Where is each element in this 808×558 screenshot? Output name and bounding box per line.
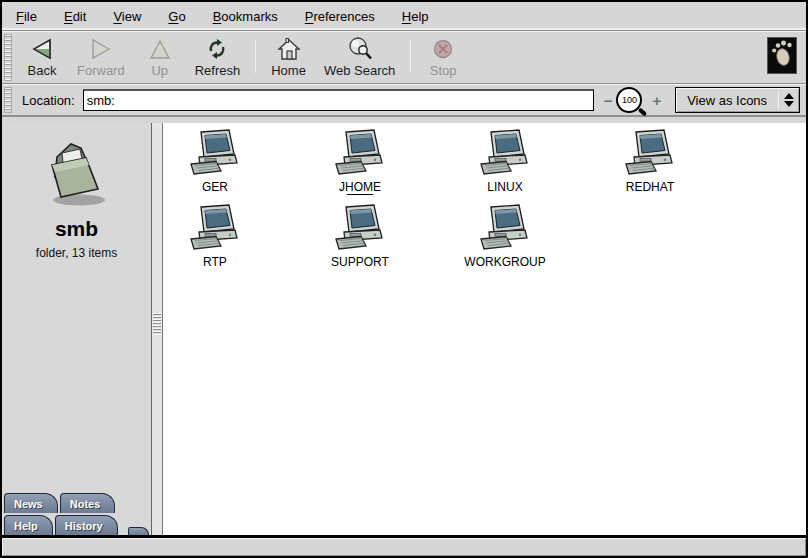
toolbar-button-label: Forward	[77, 63, 125, 78]
main-split: smb folder, 13 items NewsNotesHelpHistor…	[2, 123, 806, 535]
toolbar-button-label: Web Search	[324, 63, 395, 78]
computer-icon	[190, 204, 240, 254]
file-icon-label: SUPPORT	[331, 255, 389, 269]
menu-file[interactable]: File	[16, 9, 37, 24]
splitter-grip[interactable]	[153, 313, 161, 335]
spinner-arrows-icon	[779, 93, 799, 107]
file-icon-support[interactable]: SUPPORT	[295, 204, 425, 269]
home-icon	[277, 37, 301, 61]
menu-go[interactable]: Go	[168, 9, 185, 24]
sidebar-title: smb	[55, 217, 98, 241]
toolbar-button-back[interactable]: Back	[16, 32, 68, 83]
computer-icon	[480, 204, 530, 254]
locationbar-drag-handle[interactable]	[4, 87, 12, 113]
file-icon-label: REDHAT	[626, 180, 674, 194]
toolbar-button-refresh[interactable]: Refresh	[186, 32, 250, 83]
zoom-out-button[interactable]: −	[604, 93, 613, 108]
toolbar-button-web-search[interactable]: Web Search	[315, 32, 404, 83]
location-label: Location:	[22, 93, 75, 108]
refresh-icon	[206, 37, 228, 61]
toolbar-button-label: Back	[28, 63, 57, 78]
toolbar-button-stop: Stop	[417, 32, 469, 83]
file-icon-ger[interactable]: GER	[163, 129, 280, 194]
computer-icon	[480, 129, 530, 179]
zoom-level-indicator[interactable]: 100	[616, 87, 642, 113]
file-icon-label: JHOME	[339, 180, 381, 194]
toolbar-button-label: Home	[271, 63, 306, 78]
sidebar-subtitle: folder, 13 items	[36, 246, 117, 260]
file-icon-label: GER	[202, 180, 228, 194]
menu-bookmarks[interactable]: Bookmarks	[213, 9, 278, 24]
computer-icon	[335, 129, 385, 179]
file-icon-rtp[interactable]: RTP	[163, 204, 280, 269]
stop-icon	[432, 37, 454, 61]
sidebar-tab-history[interactable]: History	[55, 515, 118, 535]
menu-edit[interactable]: Edit	[64, 9, 86, 24]
menu-view[interactable]: View	[113, 9, 141, 24]
toolbar-divider	[255, 40, 256, 73]
computer-icon	[190, 129, 240, 179]
sidebar-tab-row: HelpHistory	[2, 513, 151, 535]
file-icon-linux[interactable]: LINUX	[440, 129, 570, 194]
file-icon-label: WORKGROUP	[464, 255, 545, 269]
toolbar-button-up: Up	[134, 32, 186, 83]
computer-icon	[335, 204, 385, 254]
toolbar-button-forward: Forward	[68, 32, 134, 83]
websearch-icon	[347, 37, 373, 61]
view-mode-dropdown[interactable]: View as Icons	[675, 87, 800, 113]
toolbar-button-home[interactable]: Home	[262, 32, 315, 83]
zoom-control: − 100 +	[604, 87, 662, 113]
zoom-in-button[interactable]: +	[652, 93, 661, 108]
toolbar: BackForwardUpRefreshHomeWeb SearchStop	[2, 31, 806, 84]
sidebar-tab-notes[interactable]: Notes	[60, 493, 116, 513]
back-icon	[30, 37, 54, 61]
file-icon-redhat[interactable]: REDHAT	[585, 129, 715, 194]
gnome-foot-icon	[771, 40, 793, 71]
file-icon-label: RTP	[203, 255, 227, 269]
toolbar-button-label: Stop	[430, 63, 457, 78]
sidebar-tab-row: NewsNotes	[2, 491, 151, 513]
toolbar-divider	[410, 40, 411, 73]
menu-help[interactable]: Help	[402, 9, 429, 24]
open-folder-icon	[39, 137, 115, 213]
file-manager-window: FileEditViewGoBookmarksPreferencesHelp B…	[0, 0, 808, 558]
location-bar: Location: − 100 + View as Icons	[2, 84, 806, 117]
file-icon-jhome[interactable]: JHOME	[295, 129, 425, 194]
sidebar-tab-help[interactable]: Help	[4, 515, 53, 535]
file-icon-label: LINUX	[487, 180, 522, 194]
zoom-level-value: 100	[622, 95, 637, 105]
sidebar-tab-news[interactable]: News	[4, 493, 58, 513]
computer-icon	[625, 129, 675, 179]
up-icon	[148, 37, 172, 61]
sidebar: smb folder, 13 items NewsNotesHelpHistor…	[2, 123, 152, 535]
sidebar-tabs: NewsNotesHelpHistory	[2, 491, 151, 535]
file-icon-view[interactable]: GERJHOMELINUXREDHATRTPSUPPORTWORKGROUP	[163, 123, 806, 535]
menu-preferences[interactable]: Preferences	[305, 9, 375, 24]
toolbar-drag-handle[interactable]	[4, 34, 12, 81]
sidebar-tab-stub[interactable]	[128, 527, 149, 535]
toolbar-button-label: Up	[151, 63, 168, 78]
view-mode-value: View as Icons	[676, 93, 778, 108]
gnome-throbber[interactable]	[767, 37, 797, 74]
toolbar-button-label: Refresh	[195, 63, 241, 78]
forward-icon	[89, 37, 113, 61]
file-icon-workgroup[interactable]: WORKGROUP	[440, 204, 570, 269]
status-bar	[2, 535, 806, 556]
sidebar-splitter[interactable]	[152, 123, 163, 535]
location-input[interactable]	[83, 89, 594, 111]
menubar: FileEditViewGoBookmarksPreferencesHelp	[2, 2, 806, 31]
